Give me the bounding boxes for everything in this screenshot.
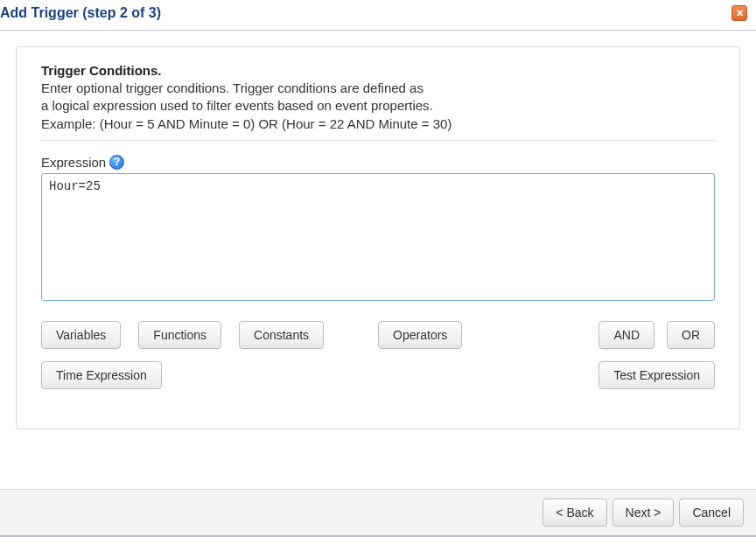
dialog-title: Add Trigger (step 2 of 3): [0, 5, 161, 21]
section-desc-line2: a logical expression used to filter even…: [41, 97, 715, 115]
operators-button[interactable]: Operators: [378, 321, 462, 349]
expression-input[interactable]: [41, 173, 715, 301]
expression-buttons-mid: Operators: [378, 321, 462, 349]
constants-button[interactable]: Constants: [239, 321, 324, 349]
expression-buttons-row: Variables Functions Constants Operators …: [41, 321, 715, 349]
and-button[interactable]: AND: [598, 321, 654, 349]
section-title: Trigger Conditions.: [41, 63, 715, 78]
help-icon[interactable]: ?: [109, 155, 124, 170]
cancel-button[interactable]: Cancel: [679, 499, 744, 527]
back-button[interactable]: < Back: [542, 499, 606, 527]
time-expression-button[interactable]: Time Expression: [41, 361, 162, 389]
trigger-conditions-header: Trigger Conditions. Enter optional trigg…: [41, 63, 715, 133]
expression-label-row: Expression ?: [41, 155, 715, 170]
expression-label: Expression: [41, 155, 106, 170]
expression-buttons-right: AND OR: [598, 321, 715, 349]
variables-button[interactable]: Variables: [41, 321, 121, 349]
dialog-header: Add Trigger (step 2 of 3) ✕: [0, 0, 756, 31]
test-expression-button[interactable]: Test Expression: [598, 361, 715, 389]
expression-buttons-row2: Time Expression Test Expression: [41, 361, 715, 389]
expression-buttons-left: Variables Functions Constants: [41, 321, 324, 349]
next-button[interactable]: Next >: [612, 499, 675, 527]
section-desc-line3: Example: (Hour = 5 AND Minute = 0) OR (H…: [41, 115, 715, 133]
main-panel: Trigger Conditions. Enter optional trigg…: [16, 46, 740, 429]
or-button[interactable]: OR: [667, 321, 715, 349]
section-desc-line1: Enter optional trigger conditions. Trigg…: [41, 80, 715, 97]
close-icon[interactable]: ✕: [732, 5, 747, 21]
functions-button[interactable]: Functions: [138, 321, 221, 349]
dialog-footer: < Back Next > Cancel: [0, 489, 756, 537]
divider: [41, 140, 715, 141]
